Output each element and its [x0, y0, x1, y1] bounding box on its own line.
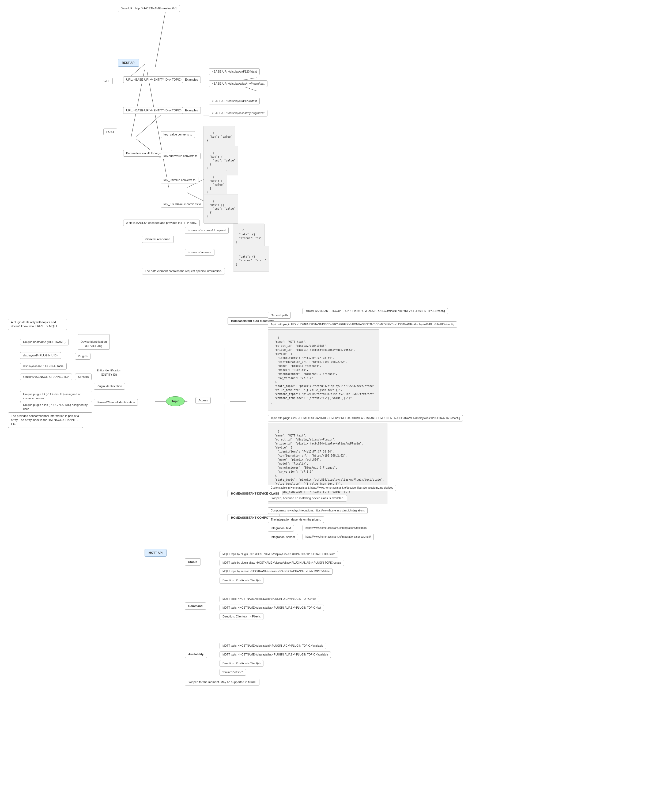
command-topic1-node: MQTT topic: <HOSTNAME>/display/uid/<PLUG…	[219, 596, 319, 602]
ha-comp-note1-node: Components nowadays integrations: https:…	[268, 508, 368, 514]
ha-device-class-note2-node: Skipped, because no matching device clas…	[268, 495, 347, 501]
availability-node: Availability	[185, 651, 207, 658]
get-ex2-label: <BASE-URI>/display/alias/myPlugin/text	[212, 82, 265, 85]
avail-note-node: Skipped for the moment. May be supported…	[185, 679, 260, 685]
plugins-label-node: Plugins	[75, 353, 91, 359]
get-url-label: URL: <BASE-URI>/<ENTITY-ID>/<TOPIC>	[126, 78, 182, 81]
command-node: Command	[185, 602, 206, 610]
sensor-channel-label-node: Sensor/Channel identification	[94, 399, 138, 406]
get-examples-label: Examples	[185, 78, 198, 81]
gen-response-node: General response	[142, 236, 174, 243]
avail-topic2-label: MQTT topic: <HOSTNAME>/display/alias/<PL…	[223, 653, 328, 656]
sensor-channel-path-node: sensors/<SENSOR-CHANNEL-ID>	[20, 373, 72, 380]
entity-id-node: Entity identification (ENTITY-ID)	[94, 363, 124, 378]
base-uri-label: Base URI: http://<HOSTNAME>/rest/api/v1	[121, 7, 177, 10]
command-topic1-label: MQTT topic: <HOSTNAME>/display/uid/<PLUG…	[223, 597, 316, 600]
general-path-node: General path	[268, 312, 291, 319]
status-label: Status	[188, 560, 197, 564]
param1-code: { "key": "value" }	[206, 132, 232, 142]
get-ex1-label: <BASE-URI>/display/uid/1234/text	[212, 70, 257, 73]
mqtt-api-label: MQTT API	[149, 551, 162, 554]
error-label: In case of an error	[188, 251, 211, 254]
error-code-node: { "data": {}, "status": "error" }	[233, 246, 269, 272]
rest-api-label: REST API	[122, 61, 135, 64]
rest-api-node: REST API	[118, 59, 139, 67]
access-node: Access	[196, 397, 211, 404]
ha-comp-note2-node: The integration depends on the plugin.	[268, 516, 324, 523]
param2-label-node: key.sub=value converts to	[160, 153, 201, 159]
ha-comp-int-text-url-node: https://www.home-assistant.io/integratio…	[302, 525, 370, 531]
get-node: GET	[101, 78, 113, 84]
ha-code2-node: { "name": "MQTT text", "object_id": "dis…	[268, 423, 387, 504]
plugin-alias-path-node: display/alias/<PLUGIN-ALIAS>	[20, 363, 67, 370]
svg-line-12	[187, 193, 203, 201]
file-note-node: A file is BASE64 encoded and provided in…	[123, 219, 200, 226]
command-direction-label: Direction: Client(s) --> Pixelix	[223, 615, 260, 618]
ha-comp-int-text-node: Integration: text	[268, 525, 294, 532]
get-ex1-node: <BASE-URI>/display/uid/1234/text	[209, 68, 260, 75]
status-topic1-node: MQTT topic by plugin UID: <HOSTNAME>/dis…	[219, 551, 338, 557]
status-topic2-label: MQTT topic by plugin alias: <HOSTNAME>/d…	[223, 561, 341, 564]
ha-comp-int-text-label: Integration: text	[271, 526, 291, 530]
post-examples-node: Examples	[182, 107, 201, 114]
param4-label-node: key_0.sub=value converts to	[160, 201, 204, 208]
get-url-node: URL: <BASE-URI>/<ENTITY-ID>/<TOPIC>	[123, 76, 186, 83]
svg-line-3	[147, 72, 169, 187]
plugin-uid-path-node: display/uid/<PLUGIN-UID>	[20, 352, 61, 359]
status-topic3-node: MQTT topic by sensor: <HOSTNAME>/sensors…	[219, 568, 333, 575]
plugin-alias-path-label: display/alias/<PLUGIN-ALIAS>	[23, 364, 64, 368]
topic-plugin-uid-label: Topic with plugin UID: <HOMEASSISTANT-DI…	[271, 323, 454, 326]
plugin-note-label: A plugin deals only with topics and does…	[11, 321, 58, 328]
sensors-label: Sensors	[78, 375, 89, 378]
general-path-value-label: <HOMEASSISTANT-DISCOVERY-PREFIX>/<HOMEAS…	[306, 310, 445, 312]
ha-device-class-note2-label: Skipped, because no matching device clas…	[271, 496, 344, 500]
topic-plugin-uid-node: Topic with plugin UID: <HOMEASSISTANT-DI…	[268, 321, 457, 328]
post-label: POST	[106, 130, 114, 133]
topic-label: Topic	[172, 400, 179, 403]
get-label: GET	[104, 79, 110, 83]
avail-direction-label: Direction: Pixelix --> Client(s)	[223, 662, 260, 665]
post-ex2-node: <BASE-URI>/display/alias/myPlugin/text	[209, 110, 267, 116]
ha-comp-int-sensor-url-node: https://www.home-assistant.io/integratio…	[302, 534, 374, 540]
command-topic2-node: MQTT topic: <HOSTNAME>/display/alias/<PL…	[219, 605, 324, 611]
plugin-uid-path-label: display/uid/<PLUGIN-UID>	[23, 354, 58, 357]
plugin-uid-label-node: Unique plugin ID (PLUGIN-UID) assigned a…	[20, 391, 92, 402]
post-ex2-label: <BASE-URI>/display/alias/myPlugin/text	[212, 111, 265, 115]
entity-id-label: Entity identification (ENTITY-ID)	[97, 369, 121, 376]
file-note-label: A file is BASE64 encoded and provided in…	[126, 221, 197, 224]
command-label: Command	[188, 604, 203, 608]
topic-node: Topic	[166, 396, 185, 406]
param4-code: { "key": [{ "sub": "value" }] }	[206, 200, 235, 218]
ha-device-class-note1-label: Customizable in Home assistant: https://…	[271, 486, 393, 489]
ha-comp-int-sensor-label: Integration: sensor	[271, 535, 295, 538]
sensors-label-node: Sensors	[75, 373, 91, 380]
base-uri-node: Base URI: http://<HOSTNAME>/rest/api/v1	[118, 5, 180, 12]
post-node: POST	[103, 128, 117, 135]
param1-code-node: { "key": "value" }	[203, 126, 235, 148]
ha-comp-int-sensor-node: Integration: sensor	[268, 534, 298, 540]
success-code-node: { "data": {}, "status": "ok" }	[233, 224, 265, 249]
ha-comp-note1-label: Components nowadays integrations: https:…	[271, 509, 365, 512]
svg-line-6	[241, 78, 257, 80]
status-direction-node: Direction: Pixelix --> Client(s)	[219, 577, 263, 584]
param1-label-node: key=value converts to	[160, 131, 195, 138]
sensor-channel-label: Sensor/Channel identification	[97, 401, 135, 404]
plugin-id-label-node: Plugin identification	[94, 383, 125, 390]
avail-note-label: Skipped for the moment. May be supported…	[188, 680, 257, 683]
success-code: { "data": {}, "status": "ok" }	[236, 229, 262, 243]
ha-comp-int-sensor-url-label: https://www.home-assistant.io/integratio…	[306, 535, 371, 538]
avail-values-node: "online"/"offline"	[219, 669, 246, 676]
success-label: In case of successful request	[188, 229, 226, 232]
param4-label: key_0.sub=value converts to	[164, 202, 201, 206]
plugin-uid-label: Unique plugin ID (PLUGIN-UID) assigned a…	[23, 393, 81, 400]
plugin-note-node: A plugin deals only with topics and does…	[8, 319, 67, 330]
post-ex1-node: <BASE-URI>/display/uid/1234/text	[209, 98, 260, 105]
hostname-label: Unique hostname (HOSTNAME)	[23, 340, 66, 344]
error-code: { "data": {}, "status": "error" }	[236, 251, 267, 266]
topic-plugin-alias-label: Topic with plugin alias: <HOMEASSISTANT-…	[271, 417, 460, 420]
plugin-id-label: Plugin identification	[97, 385, 122, 388]
avail-topic2-node: MQTT topic: <HOSTNAME>/display/alias/<PL…	[219, 651, 331, 658]
get-ex2-node: <BASE-URI>/display/alias/myPlugin/text	[209, 80, 267, 87]
ha-comp-note2-label: The integration depends on the plugin.	[271, 518, 321, 521]
general-path-label: General path	[271, 314, 288, 317]
